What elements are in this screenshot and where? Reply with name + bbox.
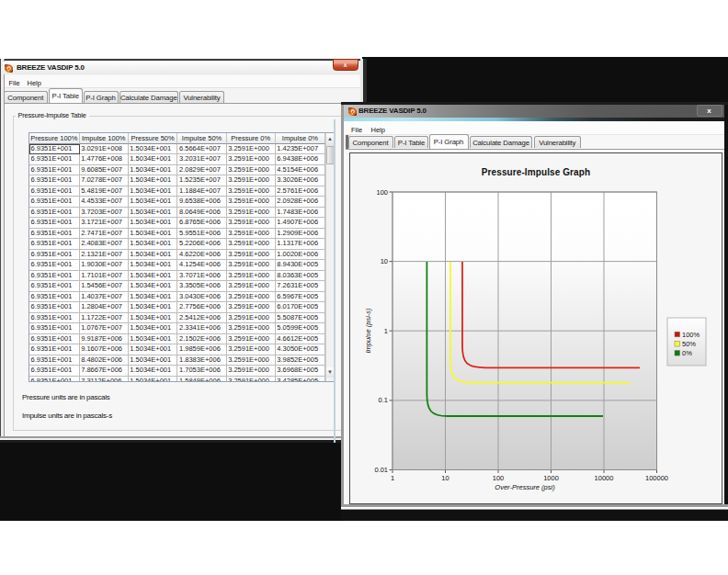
svg-text:10: 10 [380,257,387,265]
svg-text:100%: 100% [682,330,700,338]
svg-text:0.01: 0.01 [374,466,388,474]
svg-text:100: 100 [376,187,388,196]
svg-text:100: 100 [492,473,504,481]
svg-text:1: 1 [390,473,393,481]
svg-text:1000: 1000 [543,473,559,481]
svg-text:Pressure-Impulse Graph: Pressure-Impulse Graph [481,167,589,177]
svg-text:Impulse (psi-s): Impulse (psi-s) [364,307,372,353]
svg-text:50%: 50% [682,340,696,348]
svg-text:10: 10 [441,473,449,481]
svg-text:0.1: 0.1 [378,396,387,404]
svg-text:10000: 10000 [594,473,613,481]
svg-text:100000: 100000 [644,473,667,481]
svg-text:0%: 0% [682,349,692,357]
svg-text:Over-Pressure (psi): Over-Pressure (psi) [495,483,555,491]
svg-text:1: 1 [383,326,387,334]
